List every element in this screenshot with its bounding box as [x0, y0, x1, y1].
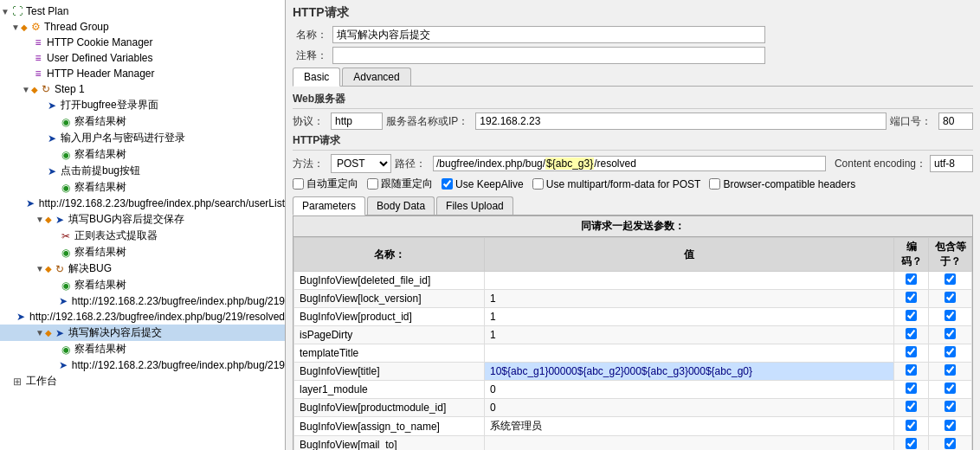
tree-item-regex[interactable]: ✂正则表达式提取器	[0, 228, 285, 244]
tree-item-view5[interactable]: ◉察看结果树	[0, 277, 285, 293]
encoding-input[interactable]	[930, 155, 973, 172]
follow-redirect-checkbox[interactable]	[367, 178, 378, 190]
name-input[interactable]	[332, 26, 765, 43]
tab-advanced[interactable]: Advanced	[342, 68, 410, 86]
param-encode[interactable]	[894, 399, 929, 417]
tab-parameters[interactable]: Parameters	[293, 196, 365, 215]
param-include[interactable]	[929, 381, 972, 399]
expand-icon[interactable]: ▼	[0, 6, 10, 16]
tree-item-view3[interactable]: ◉察看结果树	[0, 179, 285, 196]
method-select[interactable]: POST GET	[331, 154, 391, 173]
include-checkbox[interactable]	[945, 310, 956, 321]
tree-item-cookie[interactable]: ≡HTTP Cookie Manager	[0, 35, 285, 50]
tree-item-udf[interactable]: ≡User Defined Variables	[0, 50, 285, 66]
param-encode[interactable]	[894, 363, 929, 381]
param-encode[interactable]	[894, 290, 929, 308]
tree-item-view6[interactable]: ◉察看结果树	[0, 341, 285, 357]
param-include[interactable]	[929, 399, 972, 417]
param-include[interactable]	[929, 272, 972, 290]
expand-icon[interactable]: ▼	[10, 22, 21, 32]
param-encode[interactable]	[894, 417, 929, 436]
tree-item-testplan[interactable]: ▼⛶Test Plan	[0, 3, 285, 19]
expand-icon[interactable]: ▼	[35, 328, 45, 338]
encode-checkbox[interactable]	[906, 438, 917, 449]
tree-item-open_bugfree[interactable]: ➤打开bugfree登录界面	[0, 97, 285, 113]
expand-icon[interactable]: ▼	[35, 215, 45, 225]
include-checkbox[interactable]	[945, 328, 956, 339]
param-encode[interactable]	[894, 308, 929, 326]
protocol-input[interactable]	[331, 112, 383, 130]
tree-item-fill_resolve[interactable]: ▼◆➤填写解决内容后提交	[0, 325, 285, 341]
tree-item-workbench[interactable]: ⊞工作台	[0, 373, 285, 389]
tree-item-click_bug[interactable]: ➤点击前提bug按钮	[0, 163, 285, 179]
browser-compat-checkbox[interactable]	[709, 178, 720, 190]
param-value	[485, 436, 894, 451]
browser-compat-label[interactable]: Browser-compatible headers	[709, 178, 855, 190]
param-include[interactable]	[929, 308, 972, 326]
param-include[interactable]	[929, 417, 972, 436]
tree-item-threadgroup[interactable]: ▼◆⚙Thread Group	[0, 19, 285, 35]
encode-checkbox[interactable]	[906, 310, 917, 321]
tree-item-header[interactable]: ≡HTTP Header Manager	[0, 66, 285, 81]
encode-checkbox[interactable]	[906, 273, 917, 285]
multipart-checkbox[interactable]	[532, 178, 544, 190]
tree-item-view1[interactable]: ◉察看结果树	[0, 113, 285, 130]
include-checkbox[interactable]	[945, 273, 956, 285]
expand-icon[interactable]: ▼	[35, 264, 45, 274]
param-include[interactable]	[929, 436, 972, 451]
include-checkbox[interactable]	[945, 438, 956, 449]
param-include[interactable]	[929, 326, 972, 344]
encode-checkbox[interactable]	[906, 364, 917, 376]
port-input[interactable]	[938, 112, 973, 130]
encode-checkbox[interactable]	[906, 382, 917, 394]
tab-body-data[interactable]: Body Data	[367, 196, 435, 215]
param-include[interactable]	[929, 290, 972, 308]
tree-item-fill_bug[interactable]: ▼◆➤填写BUG内容后提交保存	[0, 211, 285, 228]
multipart-label[interactable]: Use multipart/form-data for POST	[532, 178, 701, 190]
tree-item-solve_bug[interactable]: ▼◆↻解决BUG	[0, 260, 285, 277]
expand-icon[interactable]: ▼	[21, 84, 31, 94]
param-encode[interactable]	[894, 344, 929, 363]
follow-redirect-label[interactable]: 跟随重定向	[367, 177, 433, 191]
table-wrapper[interactable]: 名称： 值 编码？ 包含等于？ BugInfoView[deleted_file…	[293, 237, 972, 450]
table-row: BugInfoView[mail_to]	[294, 436, 972, 451]
expand-placeholder	[35, 133, 45, 144]
include-checkbox[interactable]	[945, 346, 956, 357]
encode-checkbox[interactable]	[906, 401, 917, 412]
tree-item-url4[interactable]: ➤http://192.168.2.23/bugfree/index.php/b…	[0, 357, 285, 373]
keepalive-label[interactable]: Use KeepAlive	[442, 178, 524, 190]
include-checkbox[interactable]	[945, 382, 956, 394]
tree-item-view4[interactable]: ◉察看结果树	[0, 244, 285, 260]
server-input[interactable]	[475, 112, 887, 130]
param-encode[interactable]	[894, 326, 929, 344]
auto-redirect-label[interactable]: 自动重定向	[293, 177, 358, 191]
include-checkbox[interactable]	[945, 292, 956, 303]
encode-checkbox[interactable]	[906, 346, 917, 357]
param-include[interactable]	[929, 344, 972, 363]
encode-checkbox[interactable]	[906, 292, 917, 303]
table-row: BugInfoView[productmodule_id]0	[294, 399, 972, 417]
tree-item-step1[interactable]: ▼◆↻Step 1	[0, 81, 285, 97]
keepalive-checkbox[interactable]	[442, 178, 453, 190]
tree-item-view2[interactable]: ◉察看结果树	[0, 146, 285, 163]
param-encode[interactable]	[894, 381, 929, 399]
encode-checkbox[interactable]	[906, 420, 917, 431]
param-encode[interactable]	[894, 272, 929, 290]
param-encode[interactable]	[894, 436, 929, 451]
include-checkbox[interactable]	[945, 364, 956, 376]
tree-item-input_user[interactable]: ➤输入用户名与密码进行登录	[0, 130, 285, 146]
tree-item-url2[interactable]: ➤http://192.168.2.23/bugfree/index.php/b…	[0, 293, 285, 309]
expand-placeholder	[48, 231, 59, 241]
tree-icon: ➤	[14, 310, 28, 324]
tab-basic[interactable]: Basic	[293, 68, 340, 87]
http-row: 方法： POST GET 路径： /bugfree/index.php/bug/…	[293, 154, 973, 173]
include-checkbox[interactable]	[945, 420, 956, 431]
include-checkbox[interactable]	[945, 401, 956, 412]
tab-files-upload[interactable]: Files Upload	[436, 196, 513, 215]
param-include[interactable]	[929, 363, 972, 381]
tree-item-url3[interactable]: ➤http://192.168.2.23/bugfree/index.php/b…	[0, 309, 285, 325]
encode-checkbox[interactable]	[906, 328, 917, 339]
tree-item-url1[interactable]: ➤http://192.168.2.23/bugfree/index.php/s…	[0, 196, 285, 211]
comment-input[interactable]	[332, 47, 765, 64]
auto-redirect-checkbox[interactable]	[293, 178, 304, 190]
